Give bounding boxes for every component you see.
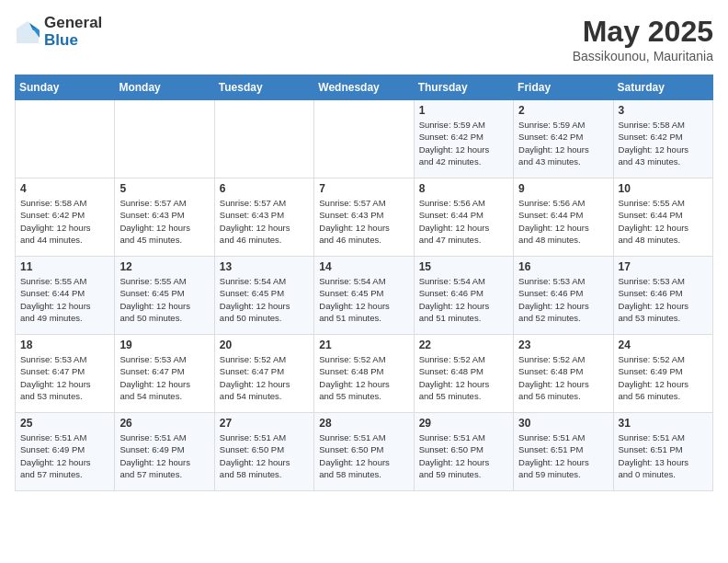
day-info: Sunrise: 5:51 AM Sunset: 6:51 PM Dayligh… xyxy=(518,431,608,480)
day-info: Sunrise: 5:51 AM Sunset: 6:51 PM Dayligh… xyxy=(619,431,708,480)
day-number: 24 xyxy=(619,339,708,351)
calendar-cell: 17Sunrise: 5:53 AM Sunset: 6:46 PM Dayli… xyxy=(613,257,712,335)
day-number: 9 xyxy=(518,182,608,195)
day-info: Sunrise: 5:57 AM Sunset: 6:43 PM Dayligh… xyxy=(119,197,209,246)
day-number: 2 xyxy=(518,104,608,117)
calendar-cell: 2Sunrise: 5:59 AM Sunset: 6:42 PM Daylig… xyxy=(514,100,613,178)
calendar-cell: 23Sunrise: 5:52 AM Sunset: 6:48 PM Dayli… xyxy=(514,335,613,413)
weekday-header-monday: Monday xyxy=(115,75,214,100)
logo-text: General Blue xyxy=(44,15,102,49)
day-info: Sunrise: 5:57 AM Sunset: 6:43 PM Dayligh… xyxy=(220,197,309,246)
svg-marker-0 xyxy=(17,21,39,43)
day-number: 22 xyxy=(419,339,508,351)
day-info: Sunrise: 5:55 AM Sunset: 6:45 PM Dayligh… xyxy=(119,275,209,324)
day-info: Sunrise: 5:51 AM Sunset: 6:50 PM Dayligh… xyxy=(319,431,408,480)
day-info: Sunrise: 5:54 AM Sunset: 6:45 PM Dayligh… xyxy=(220,275,309,324)
day-info: Sunrise: 5:57 AM Sunset: 6:43 PM Dayligh… xyxy=(319,197,408,246)
calendar-cell: 10Sunrise: 5:55 AM Sunset: 6:44 PM Dayli… xyxy=(613,178,712,257)
page-header: General Blue May 2025 Bassikounou, Mauri… xyxy=(15,15,713,63)
calendar-cell: 8Sunrise: 5:56 AM Sunset: 6:44 PM Daylig… xyxy=(414,178,513,257)
day-number: 6 xyxy=(220,182,309,195)
weekday-header-tuesday: Tuesday xyxy=(214,75,313,100)
calendar-cell: 19Sunrise: 5:53 AM Sunset: 6:47 PM Dayli… xyxy=(115,335,214,413)
day-number: 7 xyxy=(319,182,408,195)
day-number: 16 xyxy=(518,260,608,273)
day-number: 19 xyxy=(119,339,209,351)
day-info: Sunrise: 5:59 AM Sunset: 6:42 PM Dayligh… xyxy=(518,119,608,167)
calendar-cell: 9Sunrise: 5:56 AM Sunset: 6:44 PM Daylig… xyxy=(514,178,613,257)
day-number: 25 xyxy=(20,417,109,430)
day-number: 20 xyxy=(220,339,309,351)
day-info: Sunrise: 5:51 AM Sunset: 6:49 PM Dayligh… xyxy=(20,431,109,480)
logo-blue: Blue xyxy=(44,32,102,50)
day-number: 23 xyxy=(518,339,608,351)
day-info: Sunrise: 5:53 AM Sunset: 6:47 PM Dayligh… xyxy=(20,353,109,402)
day-number: 12 xyxy=(119,260,209,273)
day-info: Sunrise: 5:52 AM Sunset: 6:48 PM Dayligh… xyxy=(319,353,408,402)
day-info: Sunrise: 5:53 AM Sunset: 6:46 PM Dayligh… xyxy=(619,275,708,324)
day-info: Sunrise: 5:54 AM Sunset: 6:46 PM Dayligh… xyxy=(419,275,508,324)
calendar-cell: 28Sunrise: 5:51 AM Sunset: 6:50 PM Dayli… xyxy=(314,413,414,491)
day-number: 13 xyxy=(220,260,309,273)
subtitle: Bassikounou, Mauritania xyxy=(573,49,713,63)
day-number: 26 xyxy=(119,417,209,430)
logo: General Blue xyxy=(15,15,102,49)
day-number: 11 xyxy=(20,260,109,273)
calendar-cell: 31Sunrise: 5:51 AM Sunset: 6:51 PM Dayli… xyxy=(613,413,712,491)
week-row-5: 25Sunrise: 5:51 AM Sunset: 6:49 PM Dayli… xyxy=(16,413,713,491)
week-row-1: 1Sunrise: 5:59 AM Sunset: 6:42 PM Daylig… xyxy=(16,100,713,178)
day-number: 17 xyxy=(619,260,708,273)
day-info: Sunrise: 5:58 AM Sunset: 6:42 PM Dayligh… xyxy=(619,119,708,167)
day-info: Sunrise: 5:58 AM Sunset: 6:42 PM Dayligh… xyxy=(20,197,109,246)
calendar-cell: 16Sunrise: 5:53 AM Sunset: 6:46 PM Dayli… xyxy=(514,257,613,335)
day-number: 1 xyxy=(419,104,508,117)
calendar-cell: 4Sunrise: 5:58 AM Sunset: 6:42 PM Daylig… xyxy=(16,178,115,257)
day-info: Sunrise: 5:52 AM Sunset: 6:49 PM Dayligh… xyxy=(619,353,708,402)
calendar-cell: 24Sunrise: 5:52 AM Sunset: 6:49 PM Dayli… xyxy=(613,335,712,413)
main-title: May 2025 xyxy=(573,15,713,49)
day-info: Sunrise: 5:53 AM Sunset: 6:46 PM Dayligh… xyxy=(518,275,608,324)
day-info: Sunrise: 5:51 AM Sunset: 6:50 PM Dayligh… xyxy=(419,431,508,480)
logo-icon xyxy=(15,19,40,45)
day-number: 21 xyxy=(319,339,408,351)
day-info: Sunrise: 5:52 AM Sunset: 6:48 PM Dayligh… xyxy=(518,353,608,402)
calendar-cell: 11Sunrise: 5:55 AM Sunset: 6:44 PM Dayli… xyxy=(16,257,115,335)
calendar-cell: 1Sunrise: 5:59 AM Sunset: 6:42 PM Daylig… xyxy=(414,100,513,178)
weekday-header-thursday: Thursday xyxy=(414,75,513,100)
weekday-header-sunday: Sunday xyxy=(16,75,115,100)
weekday-header-friday: Friday xyxy=(514,75,613,100)
calendar-cell: 13Sunrise: 5:54 AM Sunset: 6:45 PM Dayli… xyxy=(214,257,313,335)
weekday-header-wednesday: Wednesday xyxy=(314,75,414,100)
calendar-cell: 18Sunrise: 5:53 AM Sunset: 6:47 PM Dayli… xyxy=(16,335,115,413)
calendar-cell: 15Sunrise: 5:54 AM Sunset: 6:46 PM Dayli… xyxy=(414,257,513,335)
calendar-cell: 27Sunrise: 5:51 AM Sunset: 6:50 PM Dayli… xyxy=(214,413,313,491)
calendar-cell: 14Sunrise: 5:54 AM Sunset: 6:45 PM Dayli… xyxy=(314,257,414,335)
day-info: Sunrise: 5:54 AM Sunset: 6:45 PM Dayligh… xyxy=(319,275,408,324)
calendar-cell: 29Sunrise: 5:51 AM Sunset: 6:50 PM Dayli… xyxy=(414,413,513,491)
week-row-2: 4Sunrise: 5:58 AM Sunset: 6:42 PM Daylig… xyxy=(16,178,713,257)
calendar-cell: 7Sunrise: 5:57 AM Sunset: 6:43 PM Daylig… xyxy=(314,178,414,257)
day-number: 28 xyxy=(319,417,408,430)
calendar-cell: 30Sunrise: 5:51 AM Sunset: 6:51 PM Dayli… xyxy=(514,413,613,491)
day-info: Sunrise: 5:53 AM Sunset: 6:47 PM Dayligh… xyxy=(119,353,209,402)
day-info: Sunrise: 5:52 AM Sunset: 6:48 PM Dayligh… xyxy=(419,353,508,402)
calendar-cell: 25Sunrise: 5:51 AM Sunset: 6:49 PM Dayli… xyxy=(16,413,115,491)
day-info: Sunrise: 5:55 AM Sunset: 6:44 PM Dayligh… xyxy=(20,275,109,324)
calendar-cell xyxy=(314,100,414,178)
day-info: Sunrise: 5:51 AM Sunset: 6:49 PM Dayligh… xyxy=(119,431,209,480)
day-number: 3 xyxy=(619,104,708,117)
day-number: 15 xyxy=(419,260,508,273)
day-info: Sunrise: 5:56 AM Sunset: 6:44 PM Dayligh… xyxy=(518,197,608,246)
day-info: Sunrise: 5:55 AM Sunset: 6:44 PM Dayligh… xyxy=(619,197,708,246)
day-number: 29 xyxy=(419,417,508,430)
day-number: 14 xyxy=(319,260,408,273)
week-row-4: 18Sunrise: 5:53 AM Sunset: 6:47 PM Dayli… xyxy=(16,335,713,413)
day-number: 31 xyxy=(619,417,708,430)
day-info: Sunrise: 5:52 AM Sunset: 6:47 PM Dayligh… xyxy=(220,353,309,402)
day-number: 5 xyxy=(119,182,209,195)
day-number: 4 xyxy=(20,182,109,195)
day-info: Sunrise: 5:56 AM Sunset: 6:44 PM Dayligh… xyxy=(419,197,508,246)
calendar-cell: 26Sunrise: 5:51 AM Sunset: 6:49 PM Dayli… xyxy=(115,413,214,491)
day-number: 10 xyxy=(619,182,708,195)
day-info: Sunrise: 5:51 AM Sunset: 6:50 PM Dayligh… xyxy=(220,431,309,480)
